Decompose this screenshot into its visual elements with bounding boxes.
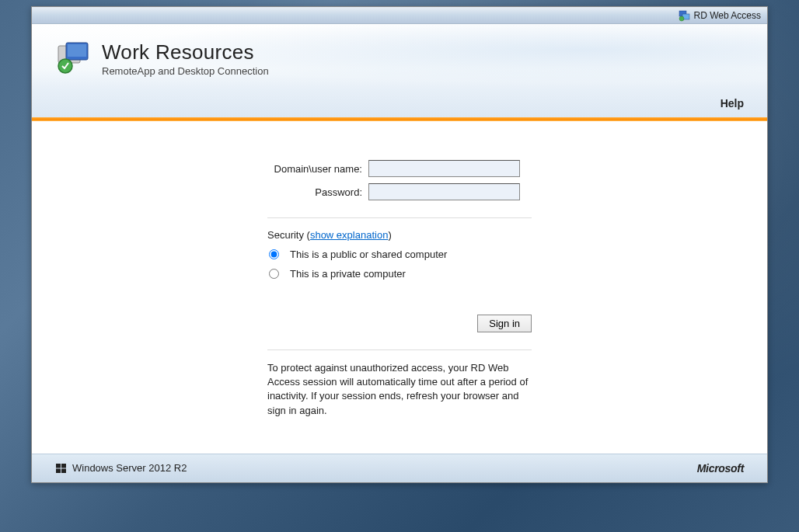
svg-point-2 [679, 16, 684, 21]
signin-row: Sign in [267, 315, 532, 332]
timeout-notice: To protect against unauthorized access, … [267, 361, 532, 418]
page-subtitle: RemoteApp and Desktop Connection [102, 65, 269, 77]
password-input[interactable] [368, 183, 520, 200]
public-computer-row: This is a public or shared computer [267, 249, 532, 260]
page-title: Work Resources [102, 40, 269, 64]
private-computer-label: This is a private computer [290, 268, 406, 280]
header-text: Work Resources RemoteApp and Desktop Con… [102, 40, 269, 77]
header: Work Resources RemoteApp and Desktop Con… [32, 24, 767, 88]
security-suffix: ) [388, 229, 391, 241]
username-row: Domain\user name: [267, 160, 532, 177]
top-bar: RD Web Access [32, 7, 767, 24]
product-name: Windows Server 2012 R2 [72, 462, 187, 474]
footer-left: Windows Server 2012 R2 [55, 462, 187, 475]
svg-rect-10 [61, 468, 66, 473]
public-computer-label: This is a public or shared computer [290, 249, 447, 260]
password-label: Password: [267, 186, 368, 198]
svg-rect-7 [56, 464, 61, 468]
private-computer-radio[interactable] [269, 269, 279, 279]
help-row: Help [32, 88, 767, 117]
public-computer-radio[interactable] [269, 249, 279, 259]
vendor-logo: Microsoft [697, 462, 744, 475]
top-bar-label: RD Web Access [694, 10, 761, 21]
login-form: Domain\user name: Password: Security (sh… [267, 160, 532, 430]
username-input[interactable] [368, 160, 520, 177]
private-computer-row: This is a private computer [267, 268, 532, 280]
svg-rect-9 [56, 468, 61, 473]
security-label: Security (show explanation) [267, 229, 532, 241]
windows-logo-icon [55, 462, 68, 475]
footer: Windows Server 2012 R2 Microsoft [32, 454, 767, 482]
security-prefix: Security ( [267, 229, 310, 241]
svg-rect-5 [68, 44, 86, 57]
content-area: Domain\user name: Password: Security (sh… [32, 121, 767, 454]
sign-in-button[interactable]: Sign in [477, 315, 532, 332]
divider [267, 349, 532, 350]
password-row: Password: [267, 183, 532, 200]
svg-rect-8 [61, 464, 66, 468]
help-link[interactable]: Help [720, 97, 744, 110]
divider [267, 217, 532, 218]
username-label: Domain\user name: [267, 163, 368, 175]
security-explanation-link[interactable]: show explanation [310, 229, 388, 241]
remoteapp-logo-icon [55, 40, 92, 77]
login-panel: RD Web Access Work Resources RemoteApp a… [31, 6, 768, 483]
rd-web-access-icon [679, 9, 691, 22]
